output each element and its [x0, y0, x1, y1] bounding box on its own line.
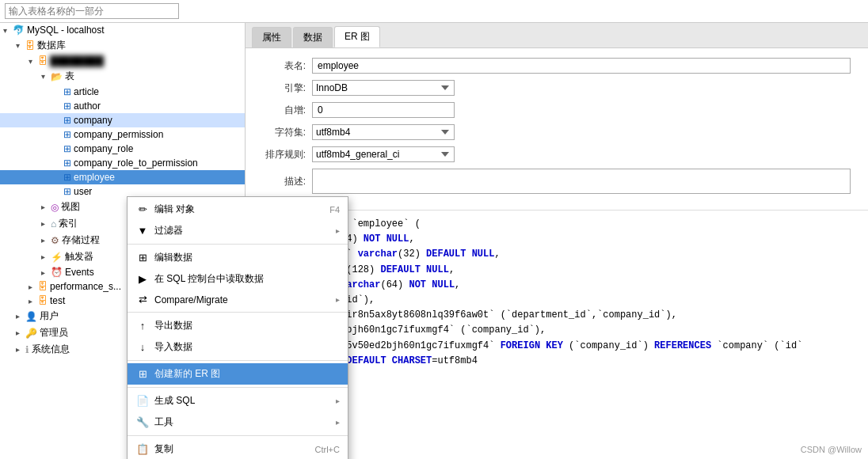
sidebar-item-label: 索引 [59, 217, 78, 230]
tab-props[interactable]: 属性 [252, 27, 291, 47]
charset-label: 字符集: [258, 126, 306, 139]
sidebar-item-mysql-root[interactable]: 🐬MySQL - localhost [0, 23, 245, 37]
menu-item-filter[interactable]: ▼过滤器▸ [128, 220, 348, 241]
admin-icon: 🔑 [25, 328, 37, 339]
menu-item-icon: ⊞ [135, 368, 150, 380]
menu-separator [128, 435, 348, 436]
collation-select[interactable]: utf8mb4_general_ci [312, 146, 455, 162]
engine-select[interactable]: InnoDB [312, 80, 455, 96]
menu-item-label: 编辑数据 [154, 251, 340, 264]
sidebar-item-author[interactable]: ⊞author [0, 99, 245, 113]
tree-arrow [29, 297, 38, 305]
menu-item-gen-sql[interactable]: 📄生成 SQL▸ [128, 390, 348, 412]
menu-separator [128, 312, 348, 313]
menu-item-import[interactable]: ↓导入数据 [128, 336, 348, 358]
tree-arrow [16, 345, 25, 354]
menu-item-edit-data[interactable]: ⊞编辑数据 [128, 247, 348, 268]
menu-item-shortcut: Ctrl+C [315, 445, 340, 454]
charset-select[interactable]: utf8mb4 [312, 124, 455, 140]
sidebar-item-label: 表 [65, 70, 74, 83]
sidebar-item-label: 用户 [40, 309, 59, 323]
menu-item-shortcut: F4 [329, 205, 340, 214]
menu-item-icon: ↓ [135, 341, 150, 353]
sidebar-item-table-folder[interactable]: 📂表 [0, 68, 245, 85]
menu-item-label: 创建新的 ER 图 [154, 367, 340, 381]
event-icon: ⏰ [51, 267, 63, 278]
user-icon: 👤 [25, 311, 37, 322]
menu-item-edit-obj[interactable]: ✏编辑 对象F4 [128, 199, 348, 220]
table-icon: ⊞ [63, 86, 71, 97]
form-row-tablename: 表名: [258, 58, 855, 74]
sidebar-item-company-perm[interactable]: ⊞company_permission [0, 127, 245, 142]
sidebar-item-article[interactable]: ⊞article [0, 85, 245, 99]
collation-label: 排序规则: [258, 148, 306, 161]
tree-arrow [16, 328, 25, 337]
menu-item-label: 过滤器 [154, 224, 336, 237]
db-icon: 🗄 [38, 55, 48, 66]
tree-arrow [41, 203, 51, 211]
sidebar-item-label: 管理员 [40, 326, 68, 340]
sidebar-item-label: MySQL - localhost [27, 25, 105, 36]
tab-er[interactable]: ER 图 [334, 26, 380, 47]
sidebar-item-label: user [74, 186, 92, 197]
menu-item-icon: ▼ [135, 225, 150, 237]
view-icon: ◎ [51, 202, 59, 213]
menu-item-icon: ↑ [135, 320, 150, 332]
sidebar-item-label: company_role_to_permission [74, 157, 198, 169]
menu-item-icon: 🔧 [135, 416, 150, 428]
sidebar-item-label: 触发器 [65, 250, 93, 264]
sidebar-item-label: ████████ [50, 55, 104, 66]
sidebar-item-label: author [74, 101, 101, 112]
trigger-icon: ⚡ [51, 252, 63, 263]
form-row-autoincrement: 自增: [258, 102, 855, 118]
menu-item-icon: ⇄ [135, 294, 150, 305]
tree-arrow [29, 283, 38, 291]
autoincrement-label: 自增: [258, 104, 306, 117]
tree-arrow [16, 312, 25, 321]
autoincrement-input[interactable] [312, 102, 455, 118]
table-icon: ⊞ [63, 143, 71, 154]
sidebar-item-database-folder[interactable]: 🗄数据库 [0, 37, 245, 54]
menu-item-create-er[interactable]: ⊞创建新的 ER 图 [128, 363, 348, 385]
sidebar-item-label: article [74, 86, 99, 97]
sidebar-item-schema1[interactable]: 🗄████████ [0, 54, 245, 68]
search-bar [0, 0, 868, 23]
menu-item-tools[interactable]: 🔧工具▸ [128, 412, 348, 433]
tree-arrow [16, 41, 25, 50]
sidebar-item-employee[interactable]: ⊞employee [0, 170, 245, 184]
menu-item-compare[interactable]: ⇄Compare/Migrate▸ [128, 290, 348, 309]
tree-arrow [41, 252, 51, 261]
sidebar-item-label: test [50, 295, 65, 306]
form-area: 表名: 引擎: InnoDB 自增: 字符集: utf8mb4 排序规则: [246, 48, 868, 211]
menu-item-label: 导出数据 [154, 319, 340, 332]
comment-textarea[interactable] [312, 169, 851, 194]
tablename-input[interactable] [312, 58, 851, 74]
search-input[interactable] [5, 3, 179, 19]
menu-item-icon: 📄 [135, 395, 150, 407]
sidebar-item-label: company_permission [74, 129, 163, 140]
form-row-engine: 引擎: InnoDB [258, 80, 855, 96]
info-icon: ℹ [25, 344, 29, 355]
menu-item-export[interactable]: ↑导出数据 [128, 315, 348, 336]
submenu-arrow-icon: ▸ [336, 226, 340, 235]
table-icon: ⊞ [63, 186, 71, 197]
sidebar-item-company-role[interactable]: ⊞company_role [0, 142, 245, 156]
form-row-collation: 排序规则: utf8mb4_general_ci [258, 146, 855, 162]
menu-item-icon: ✏ [135, 203, 150, 215]
db-icon: 🗄 [38, 281, 48, 292]
idx-icon: ⌂ [51, 218, 56, 230]
menu-item-copy[interactable]: 📋复制Ctrl+C [128, 438, 348, 459]
table-icon: ⊞ [63, 157, 71, 169]
form-row-charset: 字符集: utf8mb4 [258, 124, 855, 140]
menu-item-label: Compare/Migrate [154, 294, 336, 305]
sidebar-item-company[interactable]: ⊞company [0, 113, 245, 127]
table-icon: ⊞ [63, 101, 71, 112]
menu-item-icon: 📋 [135, 443, 150, 455]
tree-arrow [41, 268, 51, 277]
menu-item-label: 编辑 对象 [154, 203, 314, 216]
folder-icon: 📂 [51, 71, 63, 82]
sidebar-item-label: company [74, 115, 112, 126]
sidebar-item-company-role-perm[interactable]: ⊞company_role_to_permission [0, 156, 245, 170]
tab-data[interactable]: 数据 [293, 27, 333, 47]
menu-item-sql-console[interactable]: ▶在 SQL 控制台中读取数据 [128, 268, 348, 290]
